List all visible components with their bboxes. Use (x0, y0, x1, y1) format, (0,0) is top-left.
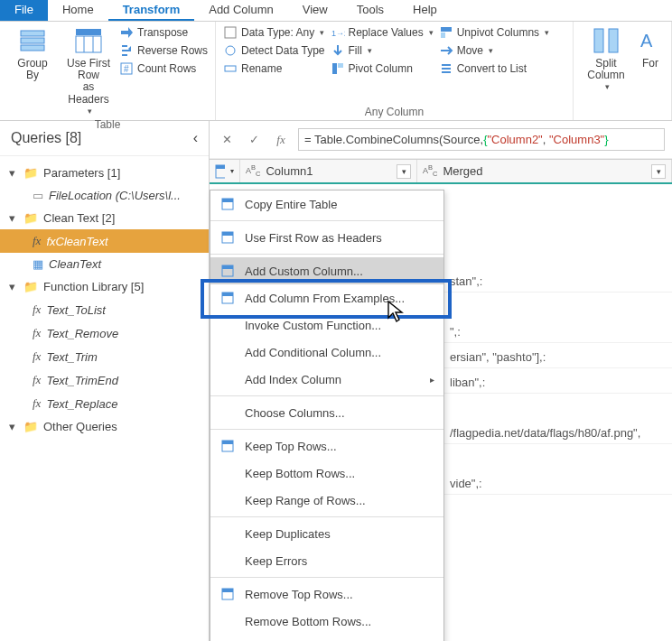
queries-node[interactable]: ▦CleanText (0, 253, 209, 275)
formula-commit-button[interactable]: ✓ (244, 130, 264, 150)
transpose-button[interactable]: Transpose (119, 25, 208, 40)
formula-input[interactable]: = Table.CombineColumns(Source,{"Column2"… (298, 128, 665, 151)
context-menu-item[interactable]: Invoke Custom Function... (210, 311, 443, 339)
ribbon: Group By Use First Row as Headers Transp… (0, 22, 672, 121)
context-menu-item[interactable]: Keep Errors (210, 547, 443, 574)
menubar: File Home Transform Add Column View Tool… (0, 0, 672, 22)
context-menu-item[interactable]: Remove Alternate Rows... (210, 635, 443, 641)
column-header-1[interactable]: ABC Column1 ▾ (240, 160, 417, 182)
svg-rect-11 (225, 66, 236, 71)
context-menu-item[interactable]: Add Column From Examples... (210, 284, 443, 311)
data-cell[interactable]: /flagpedia.net/data/flags/h80/af.png", (444, 419, 672, 444)
queries-node[interactable]: ▾📁Function Library [5] (0, 275, 209, 298)
column-header-2[interactable]: ABC Merged ▾ (417, 160, 672, 182)
format-icon: A (635, 25, 666, 56)
rename-button[interactable]: Rename (223, 61, 325, 76)
context-menu-item[interactable]: Remove Bottom Rows... (210, 608, 443, 635)
svg-rect-21 (216, 165, 225, 169)
ribbon-group-text-column: Split Column A For (574, 22, 672, 120)
transpose-icon (119, 25, 134, 40)
svg-rect-16 (441, 33, 445, 38)
context-menu-item[interactable]: Add Custom Column... (210, 257, 443, 284)
count-rows-button[interactable]: # Count Rows (119, 61, 208, 76)
menu-item-icon (219, 404, 236, 421)
replace-values-button[interactable]: 1→2 Replace Values (331, 25, 434, 40)
menu-item-icon (219, 229, 236, 246)
unpivot-columns-button[interactable]: Unpivot Columns (439, 25, 549, 40)
svg-rect-25 (222, 232, 233, 236)
menu-item-icon (219, 290, 236, 306)
editor-area: ✕ ✓ fx = Table.CombineColumns(Source,{"C… (210, 121, 672, 641)
format-button[interactable]: A For (637, 25, 664, 70)
queries-node[interactable]: fxText_TrimEnd (0, 368, 209, 392)
detect-data-type-button[interactable]: Detect Data Type (223, 43, 325, 58)
context-menu-item[interactable]: Use First Row as Headers (210, 224, 443, 251)
menu-separator (210, 254, 443, 255)
queries-node[interactable]: ▾📁Clean Text [2] (0, 207, 209, 229)
queries-node[interactable]: fxfxCleanText (0, 229, 209, 253)
menu-item-icon (219, 613, 236, 629)
context-menu-item[interactable]: Choose Columns... (210, 399, 443, 426)
data-cell[interactable]: ",: (444, 318, 672, 343)
queries-node[interactable]: ▾📁Parameters [1] (0, 162, 209, 184)
context-menu-item[interactable]: Keep Duplicates (210, 520, 443, 547)
tab-home[interactable]: Home (48, 0, 108, 21)
tab-add-column[interactable]: Add Column (194, 0, 288, 21)
column-filter-button[interactable]: ▾ (651, 164, 666, 179)
group-by-button[interactable]: Group By (7, 25, 58, 81)
menu-separator (210, 429, 443, 430)
unpivot-columns-icon (439, 25, 453, 40)
table-corner-button[interactable]: ▾ (210, 160, 240, 182)
tab-tools[interactable]: Tools (342, 0, 398, 21)
queries-node[interactable]: fxText_Replace (0, 392, 209, 415)
use-first-row-label: Use First Row as Headers (63, 58, 114, 106)
svg-point-10 (226, 46, 235, 55)
move-icon (439, 43, 453, 58)
menu-item-icon (219, 492, 236, 508)
use-first-row-button[interactable]: Use First Row as Headers (63, 25, 114, 116)
pivot-column-button[interactable]: Pivot Column (331, 61, 434, 76)
convert-to-list-icon (439, 61, 453, 76)
queries-node[interactable]: fxText_Remove (0, 321, 209, 345)
data-cell[interactable]: stan",: (444, 267, 672, 293)
data-type-button[interactable]: Data Type: Any (223, 25, 325, 40)
move-button[interactable]: Move (439, 43, 549, 58)
formula-cancel-button[interactable]: ✕ (217, 130, 237, 150)
context-menu-item[interactable]: Keep Range of Rows... (210, 487, 443, 514)
fx-icon[interactable]: fx (271, 130, 291, 150)
data-cell[interactable]: vide",: (444, 469, 672, 495)
queries-node[interactable]: ▾📁Other Queries (0, 415, 209, 438)
collapse-queries-icon[interactable]: ‹ (193, 130, 198, 146)
fill-button[interactable]: Fill (331, 43, 434, 58)
context-menu-item[interactable]: Add Conditional Column... (210, 339, 443, 366)
queries-tree: ▾📁Parameters [1]▭FileLocation (C:\Users\… (0, 156, 209, 443)
split-column-button[interactable]: Split Column (581, 25, 631, 92)
context-menu-item[interactable]: Keep Bottom Rows... (210, 460, 443, 487)
svg-rect-27 (222, 265, 233, 269)
context-menu-item[interactable]: Copy Entire Table (210, 190, 443, 218)
queries-node[interactable]: fxText_ToList (0, 298, 209, 321)
menu-item-icon (219, 525, 236, 542)
data-cell[interactable]: ersian", "pashto"],: (444, 343, 672, 368)
context-menu-item[interactable]: Keep Top Rows... (210, 432, 443, 460)
table-icon (215, 164, 225, 179)
reverse-rows-button[interactable]: Reverse Rows (119, 43, 208, 58)
tab-view[interactable]: View (288, 0, 342, 21)
context-menu-item[interactable]: Remove Top Rows... (210, 581, 443, 608)
queries-node[interactable]: fxText_Trim (0, 345, 209, 368)
tab-file[interactable]: File (0, 0, 48, 21)
column-filter-button[interactable]: ▾ (397, 164, 411, 179)
queries-title: Queries [8] (11, 130, 81, 146)
context-menu-item[interactable]: Add Index Column (210, 366, 443, 393)
tab-help[interactable]: Help (398, 0, 452, 21)
svg-rect-15 (441, 27, 452, 32)
menu-item-icon (219, 586, 236, 602)
reverse-rows-icon (119, 43, 134, 58)
svg-rect-3 (76, 29, 101, 35)
data-cell[interactable]: liban",: (444, 368, 672, 394)
convert-to-list-button[interactable]: Convert to List (439, 61, 549, 76)
count-rows-icon: # (119, 61, 134, 76)
svg-rect-0 (21, 31, 44, 36)
tab-transform[interactable]: Transform (108, 0, 195, 21)
queries-node[interactable]: ▭FileLocation (C:\Users\l... (0, 184, 209, 207)
